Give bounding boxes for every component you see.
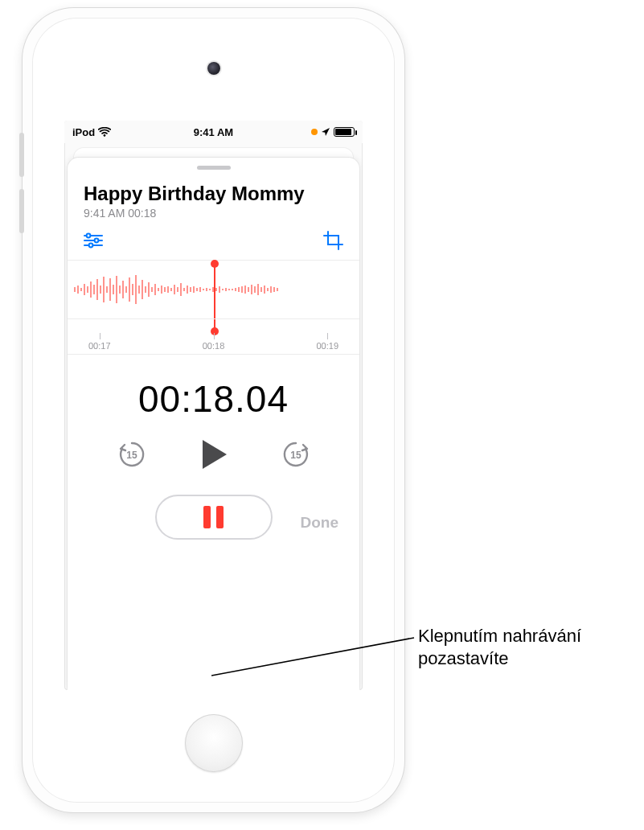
skip-back-15-icon[interactable]: 15 (114, 437, 150, 472)
time-tick: 00:17 (88, 333, 111, 351)
callout-line-1: Klepnutím nahrávání (418, 626, 581, 646)
skip-forward-15-icon[interactable]: 15 (278, 437, 314, 472)
time-ticks: 00:17 00:18 00:19 (68, 333, 359, 354)
svg-point-0 (104, 134, 106, 137)
recording-title[interactable]: Happy Birthday Mommy (68, 178, 359, 207)
carrier-label: iPod (72, 126, 95, 138)
recording-meta: 9:41 AM 00:18 (68, 207, 359, 229)
edit-toolbar (68, 229, 359, 260)
screen: iPod 9:41 AM (64, 121, 363, 690)
pause-button[interactable] (155, 495, 273, 540)
recording-duration: 00:18 (128, 207, 156, 220)
recording-sheet: Happy Birthday Mommy 9:41 AM 00:18 (68, 158, 359, 690)
waveform-area[interactable]: 00:17 00:18 00:19 (68, 260, 359, 355)
svg-point-5 (95, 239, 99, 243)
volume-down-button[interactable] (19, 189, 24, 233)
crop-icon[interactable] (322, 229, 345, 252)
recording-indicator-dot (311, 129, 318, 135)
play-icon[interactable] (195, 435, 233, 474)
device-inner: iPod 9:41 AM (32, 18, 395, 803)
recording-time: 9:41 AM (84, 207, 125, 220)
bottom-row: Done (68, 488, 359, 561)
wifi-icon (98, 127, 111, 137)
svg-point-4 (87, 234, 91, 238)
device-frame: iPod 9:41 AM (23, 8, 404, 812)
waveform-bars (68, 261, 278, 318)
transport-controls: 15 15 (68, 435, 359, 488)
location-icon (321, 127, 330, 137)
svg-text:15: 15 (126, 450, 137, 461)
svg-text:15: 15 (290, 450, 301, 461)
pause-icon (203, 506, 224, 528)
done-button[interactable]: Done (301, 514, 339, 532)
volume-up-button[interactable] (19, 133, 24, 177)
time-tick: 00:18 (203, 333, 225, 351)
options-icon[interactable] (82, 229, 105, 252)
battery-icon (334, 127, 355, 137)
callout-text: Klepnutím nahrávání pozastavíte (418, 625, 635, 669)
svg-point-6 (89, 244, 93, 248)
elapsed-timer: 00:18.04 (68, 355, 359, 435)
sheet-grabber[interactable] (197, 166, 231, 170)
status-time: 9:41 AM (194, 126, 233, 138)
waveform-overview (68, 318, 359, 333)
home-button[interactable] (185, 714, 243, 772)
time-tick: 00:19 (316, 333, 338, 351)
front-camera (207, 62, 220, 75)
status-bar: iPod 9:41 AM (64, 121, 363, 143)
callout-line-2: pozastavíte (418, 648, 509, 668)
